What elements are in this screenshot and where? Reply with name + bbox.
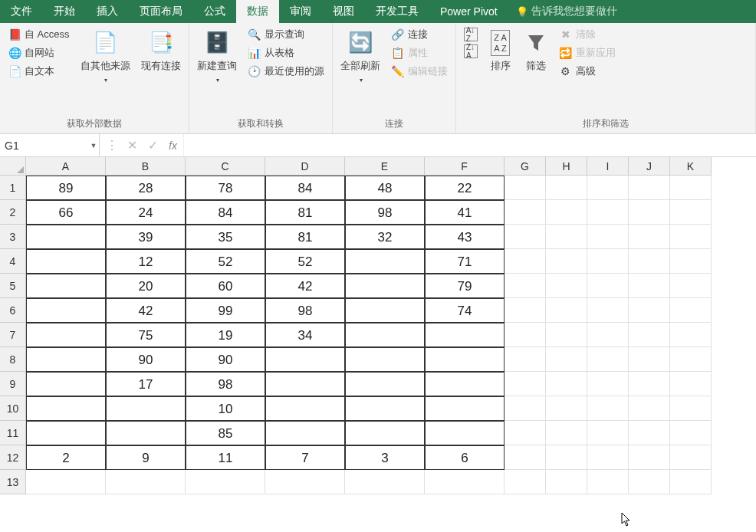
cancel-icon[interactable]: ✕ — [127, 138, 137, 153]
cell-F7[interactable] — [425, 323, 505, 347]
cell-D7[interactable]: 34 — [265, 323, 345, 347]
cell-C1[interactable]: 78 — [186, 176, 265, 200]
cell-G4[interactable] — [505, 249, 546, 274]
cell-F13[interactable] — [425, 470, 505, 494]
cell-K8[interactable] — [670, 347, 712, 372]
cell-A6[interactable] — [26, 298, 106, 323]
cell-J8[interactable] — [629, 347, 670, 372]
cell-C3[interactable]: 35 — [186, 225, 265, 249]
sort-desc[interactable]: Z↓A — [461, 43, 481, 60]
row-header-13[interactable]: 13 — [0, 470, 26, 494]
cell-C9[interactable]: 98 — [186, 372, 265, 396]
cell-K6[interactable] — [670, 298, 712, 323]
cell-I9[interactable] — [587, 372, 629, 396]
menu-tab-开发工具[interactable]: 开发工具 — [365, 0, 429, 23]
cell-E4[interactable] — [345, 249, 425, 274]
cell-I6[interactable] — [587, 298, 629, 323]
col-header-F[interactable]: F — [425, 157, 505, 176]
cell-E12[interactable]: 3 — [345, 445, 425, 470]
row-header-10[interactable]: 10 — [0, 396, 26, 421]
cell-H5[interactable] — [546, 274, 587, 298]
col-header-D[interactable]: D — [265, 157, 345, 176]
cell-D8[interactable] — [265, 347, 345, 372]
col-header-B[interactable]: B — [106, 157, 186, 176]
cell-H10[interactable] — [546, 396, 587, 421]
cell-K10[interactable] — [670, 396, 712, 421]
cell-K2[interactable] — [670, 200, 712, 225]
cell-D5[interactable]: 42 — [265, 274, 345, 298]
cell-H9[interactable] — [546, 372, 587, 396]
gt-0[interactable]: 🔍显示查询 — [245, 26, 327, 43]
cell-A10[interactable] — [26, 396, 106, 421]
sort[interactable]: Z AA Z排序 — [485, 26, 516, 74]
cell-J6[interactable] — [629, 298, 670, 323]
cell-C2[interactable]: 84 — [186, 200, 265, 225]
col-header-I[interactable]: I — [587, 157, 629, 176]
cell-C6[interactable]: 99 — [186, 298, 265, 323]
cell-A4[interactable] — [26, 249, 106, 274]
dots-icon[interactable]: ⋮ — [106, 138, 117, 153]
cell-A11[interactable] — [26, 421, 106, 445]
row-header-6[interactable]: 6 — [0, 298, 26, 323]
cell-B11[interactable] — [106, 421, 186, 445]
row-header-9[interactable]: 9 — [0, 372, 26, 396]
cell-I3[interactable] — [587, 225, 629, 249]
fx-icon[interactable]: fx — [169, 140, 177, 152]
cell-H13[interactable] — [546, 470, 587, 494]
cell-J11[interactable] — [629, 421, 670, 445]
cell-H4[interactable] — [546, 249, 587, 274]
cell-B9[interactable]: 17 — [106, 372, 186, 396]
name-box-input[interactable] — [0, 134, 88, 156]
cell-G6[interactable] — [505, 298, 546, 323]
cell-H6[interactable] — [546, 298, 587, 323]
cell-E8[interactable] — [345, 347, 425, 372]
cell-G9[interactable] — [505, 372, 546, 396]
cell-D6[interactable]: 98 — [265, 298, 345, 323]
cell-C4[interactable]: 52 — [186, 249, 265, 274]
cell-G12[interactable] — [505, 445, 546, 470]
col-header-G[interactable]: G — [505, 157, 546, 176]
cell-H7[interactable] — [546, 323, 587, 347]
cell-E9[interactable] — [345, 372, 425, 396]
cell-G11[interactable] — [505, 421, 546, 445]
cell-A7[interactable] — [26, 323, 106, 347]
cell-I13[interactable] — [587, 470, 629, 494]
cell-D11[interactable] — [265, 421, 345, 445]
cell-J2[interactable] — [629, 200, 670, 225]
cell-A8[interactable] — [26, 347, 106, 372]
col-header-C[interactable]: C — [186, 157, 265, 176]
cell-C5[interactable]: 60 — [186, 274, 265, 298]
row-header-1[interactable]: 1 — [0, 176, 26, 200]
refresh-all[interactable]: 🔄全部刷新▾ — [337, 26, 383, 87]
menu-tab-视图[interactable]: 视图 — [322, 0, 365, 23]
row-header-7[interactable]: 7 — [0, 323, 26, 347]
sf-2[interactable]: ⚙高级 — [556, 63, 619, 80]
cell-F8[interactable] — [425, 347, 505, 372]
enter-icon[interactable]: ✓ — [148, 138, 158, 153]
cell-F10[interactable] — [425, 396, 505, 421]
external-2[interactable]: 📄自文本 — [5, 63, 73, 80]
cell-D12[interactable]: 7 — [265, 445, 345, 470]
cell-K12[interactable] — [670, 445, 712, 470]
cell-J4[interactable] — [629, 249, 670, 274]
cell-B12[interactable]: 9 — [106, 445, 186, 470]
cell-C7[interactable]: 19 — [186, 323, 265, 347]
existing-connections[interactable]: 📑现有连接 — [138, 26, 184, 74]
cell-I1[interactable] — [587, 176, 629, 200]
cell-I7[interactable] — [587, 323, 629, 347]
col-header-E[interactable]: E — [345, 157, 425, 176]
cell-A12[interactable]: 2 — [26, 445, 106, 470]
sheet-grid[interactable]: ABCDEFGHIJK18928788448222662484819841339… — [0, 157, 756, 494]
cell-I12[interactable] — [587, 445, 629, 470]
menu-tab-Power Pivot[interactable]: Power Pivot — [429, 0, 508, 23]
cell-J9[interactable] — [629, 372, 670, 396]
sheet-area[interactable]: ABCDEFGHIJK18928788448222662484819841339… — [0, 157, 756, 532]
cell-E7[interactable] — [345, 323, 425, 347]
cell-J3[interactable] — [629, 225, 670, 249]
select-all-corner[interactable] — [0, 157, 26, 176]
cell-F9[interactable] — [425, 372, 505, 396]
from-other-sources[interactable]: 📄自其他来源▾ — [77, 26, 133, 87]
cell-B13[interactable] — [106, 470, 186, 494]
cell-B7[interactable]: 75 — [106, 323, 186, 347]
cell-H1[interactable] — [546, 176, 587, 200]
